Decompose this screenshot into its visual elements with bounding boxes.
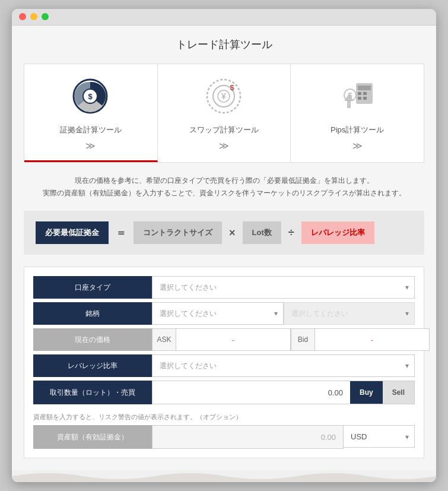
- form-section: 口座タイプ 選択してください ▾ 銘柄 選択してください ▾: [24, 267, 424, 458]
- account-type-row: 口座タイプ 選択してください ▾: [33, 276, 415, 299]
- option-note: 資産額を入力すると、リスク警告の値が表示されます。（オプション）: [33, 408, 415, 425]
- current-price-row: 現在の価格 ASK Bid: [33, 328, 415, 351]
- tool-cards-container: $ 証拠金計算ツール ≫ ¥ $ スワップ計算ツール: [24, 64, 424, 163]
- svg-text:$: $: [88, 92, 93, 101]
- leverage-select-wrap: 選択してください ▾: [152, 354, 415, 377]
- formula-divide: ÷: [288, 227, 294, 239]
- sell-button[interactable]: Sell: [383, 381, 414, 404]
- svg-rect-15: [347, 101, 351, 108]
- formula-equals: ＝: [116, 226, 126, 240]
- formula-factor2: Lot数: [243, 221, 281, 244]
- account-type-select[interactable]: 選択してください: [152, 276, 415, 299]
- svg-rect-11: [363, 92, 367, 95]
- current-price-label: 現在の価格: [33, 328, 152, 351]
- pips-icon: $: [336, 76, 378, 118]
- bid-input[interactable]: [314, 328, 430, 351]
- leverage-label: レバレッジ比率: [33, 354, 152, 377]
- tool-card-margin[interactable]: $ 証拠金計算ツール ≫: [24, 64, 158, 162]
- main-window: トレード計算ツール $ 証拠金計算ツール ≫: [12, 9, 436, 482]
- buy-button[interactable]: Buy: [350, 381, 383, 404]
- leverage-row: レバレッジ比率 選択してください ▾: [33, 354, 415, 377]
- description-line2: 実際の資産額（有効証拠金）を入力することで、資金リスクを伴うマーケットのリスクプ…: [24, 187, 424, 199]
- lot-input[interactable]: [152, 381, 350, 404]
- asset-row: 資産額（有効証拠金） USD JPY EUR ▾: [33, 425, 415, 449]
- symbol-select2-wrap: 選択してください ▾: [284, 302, 415, 325]
- account-type-select-wrap: 選択してください ▾: [152, 276, 415, 299]
- description-section: 現在の価格を参考に、希望の口座タイプで売買を行う際の「必要最低証拠金」を算出しま…: [24, 175, 424, 199]
- svg-rect-10: [358, 92, 361, 95]
- svg-rect-12: [358, 97, 361, 100]
- symbol-select[interactable]: 選択してください: [152, 302, 284, 325]
- lot-row: 取引数量（ロット）・売買 Buy Sell: [33, 381, 415, 404]
- margin-tool-label: 証拠金計算ツール: [60, 125, 122, 135]
- currency-select-wrap: USD JPY EUR ▾: [344, 425, 415, 449]
- symbol-label: 銘柄: [33, 302, 152, 325]
- asset-input[interactable]: [152, 426, 343, 448]
- bid-label: Bid: [291, 328, 314, 351]
- close-button[interactable]: [19, 13, 26, 20]
- symbol-row: 銘柄 選択してください ▾ 選択してください ▾: [33, 302, 415, 325]
- margin-icon: $: [70, 76, 112, 118]
- symbol-select-wrap: 選択してください ▾: [152, 302, 284, 325]
- bottom-decoration: [12, 470, 436, 482]
- svg-rect-13: [363, 97, 367, 100]
- formula-times: ×: [229, 227, 236, 239]
- svg-text:¥: ¥: [221, 91, 226, 101]
- lot-input-wrap: Buy Sell: [152, 381, 415, 404]
- minimize-button[interactable]: [30, 13, 37, 20]
- currency-select[interactable]: USD JPY EUR: [344, 425, 415, 448]
- svg-text:$: $: [348, 91, 352, 100]
- swap-chevron-icon: ≫: [219, 140, 229, 151]
- asset-input-wrap: [152, 425, 344, 449]
- leverage-select[interactable]: 選択してください: [152, 354, 415, 377]
- description-line1: 現在の価格を参考に、希望の口座タイプで売買を行う際の「必要最低証拠金」を算出しま…: [24, 175, 424, 187]
- formula-bar: 必要最低証拠金 ＝ コントラクトサイズ × Lot数 ÷ レバレッジ比率: [24, 211, 424, 255]
- formula-result: 必要最低証拠金: [36, 221, 109, 244]
- svg-text:$: $: [230, 83, 234, 92]
- svg-rect-9: [358, 85, 371, 90]
- pips-chevron-icon: ≫: [352, 140, 363, 151]
- maximize-button[interactable]: [42, 13, 49, 20]
- swap-tool-label: スワップ計算ツール: [189, 125, 259, 135]
- pips-tool-label: Pips計算ツール: [331, 125, 384, 135]
- page-title: トレード計算ツール: [24, 37, 424, 52]
- lot-label: 取引数量（ロット）・売買: [33, 381, 152, 404]
- ask-input[interactable]: [176, 328, 291, 351]
- formula-factor3: レバレッジ比率: [301, 221, 374, 244]
- main-content: トレード計算ツール $ 証拠金計算ツール ≫: [12, 26, 436, 470]
- account-type-label: 口座タイプ: [33, 276, 152, 299]
- ask-label: ASK: [152, 328, 176, 351]
- titlebar: [12, 9, 436, 26]
- tool-card-swap[interactable]: ¥ $ スワップ計算ツール ≫: [158, 64, 291, 162]
- symbol-select2[interactable]: 選択してください: [284, 302, 415, 325]
- tool-card-pips[interactable]: $ Pips計算ツール ≫: [291, 64, 424, 162]
- swap-icon: ¥ $: [204, 76, 245, 118]
- margin-chevron-icon: ≫: [85, 140, 96, 151]
- asset-label: 資産額（有効証拠金）: [33, 425, 152, 449]
- formula-factor1: コントラクトサイズ: [134, 221, 222, 244]
